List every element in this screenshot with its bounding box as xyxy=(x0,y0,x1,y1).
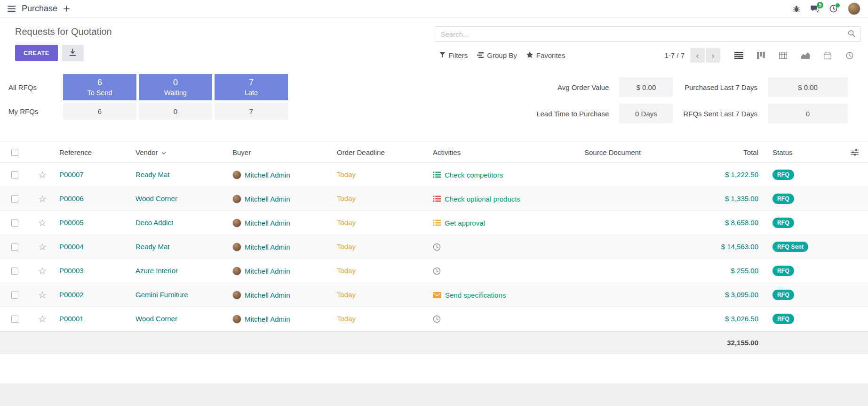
buyer-link[interactable]: Mitchell Admin xyxy=(245,219,290,227)
my-late-count[interactable]: 7 xyxy=(215,103,288,120)
table-row[interactable]: ☆ P00002 Gemini Furniture Mitchell Admin… xyxy=(0,283,868,307)
activity-label[interactable]: Check optional products xyxy=(445,195,520,203)
reference-link[interactable]: P00004 xyxy=(59,243,84,251)
calendar-view-icon[interactable] xyxy=(816,48,838,63)
tasks-yellow-icon[interactable] xyxy=(433,219,441,226)
reference-link[interactable]: P00001 xyxy=(59,315,84,323)
vendor-link[interactable]: Deco Addict xyxy=(135,219,173,227)
row-checkbox[interactable] xyxy=(11,268,18,275)
user-avatar[interactable] xyxy=(848,2,860,15)
graph-view-icon[interactable] xyxy=(794,48,816,63)
reference-link[interactable]: P00003 xyxy=(59,267,84,275)
clock-icon[interactable] xyxy=(433,315,441,323)
select-all-checkbox[interactable] xyxy=(11,149,18,156)
column-header-buyer[interactable]: Buyer xyxy=(229,148,333,156)
row-checkbox[interactable] xyxy=(11,316,18,323)
favorite-star-icon[interactable]: ☆ xyxy=(38,170,47,179)
debug-bug-icon[interactable] xyxy=(793,5,800,13)
column-header-activities[interactable]: Activities xyxy=(429,148,581,156)
kpi-late[interactable]: 7 Late xyxy=(215,74,288,100)
kpi-to-send[interactable]: 6 To Send xyxy=(63,74,136,100)
column-header-source-document[interactable]: Source Document xyxy=(581,148,693,156)
reference-link[interactable]: P00002 xyxy=(59,291,84,299)
table-row[interactable]: ☆ P00006 Wood Corner Mitchell Admin Toda… xyxy=(0,187,868,211)
table-row[interactable]: ☆ P00001 Wood Corner Mitchell Admin Toda… xyxy=(0,307,868,331)
order-deadline: Today xyxy=(337,171,356,179)
row-checkbox[interactable] xyxy=(11,292,18,299)
vendor-link[interactable]: Gemini Furniture xyxy=(135,291,188,299)
status-badge: RFQ xyxy=(772,194,794,204)
status-badge: RFQ xyxy=(772,290,794,300)
table-row[interactable]: ☆ P00003 Azure Interior Mitchell Admin T… xyxy=(0,259,868,283)
favorite-star-icon[interactable]: ☆ xyxy=(38,194,47,203)
search-box[interactable] xyxy=(435,26,861,42)
app-name[interactable]: Purchase xyxy=(22,4,57,14)
messages-icon[interactable]: 5 xyxy=(811,5,819,13)
pager-next-button[interactable]: › xyxy=(706,48,720,63)
buyer-link[interactable]: Mitchell Admin xyxy=(245,267,290,275)
buyer-link[interactable]: Mitchell Admin xyxy=(245,195,290,203)
favorite-star-icon[interactable]: ☆ xyxy=(38,266,47,276)
tasks-teal-icon[interactable] xyxy=(433,171,441,178)
status-badge: RFQ xyxy=(772,314,794,324)
vendor-link[interactable]: Wood Corner xyxy=(135,195,177,203)
my-waiting-count[interactable]: 0 xyxy=(139,103,212,120)
group-by-button[interactable]: Group By xyxy=(472,49,521,61)
vendor-link[interactable]: Ready Mat xyxy=(135,243,170,251)
row-checkbox[interactable] xyxy=(11,195,18,203)
favorite-star-icon[interactable]: ☆ xyxy=(38,314,47,324)
create-button[interactable]: CREATE xyxy=(15,45,58,61)
row-checkbox[interactable] xyxy=(11,219,18,227)
buyer-link[interactable]: Mitchell Admin xyxy=(245,291,290,299)
tasks-red-icon[interactable] xyxy=(433,195,441,202)
optional-columns-icon[interactable] xyxy=(835,149,868,156)
order-deadline: Today xyxy=(337,195,356,203)
buyer-link[interactable]: Mitchell Admin xyxy=(245,243,290,251)
reference-link[interactable]: P00007 xyxy=(59,171,84,179)
buyer-link[interactable]: Mitchell Admin xyxy=(245,315,290,323)
table-row[interactable]: ☆ P00004 Ready Mat Mitchell Admin Today … xyxy=(0,235,868,259)
column-header-vendor[interactable]: Vendor xyxy=(132,148,229,156)
pivot-view-icon[interactable] xyxy=(772,48,794,63)
list-view-icon[interactable] xyxy=(728,48,750,63)
favorite-star-icon[interactable]: ☆ xyxy=(38,242,47,252)
pager-previous-button[interactable]: ‹ xyxy=(690,48,705,63)
activity-label[interactable]: Send specifications xyxy=(445,291,506,299)
buyer-link[interactable]: Mitchell Admin xyxy=(245,171,290,179)
vendor-link[interactable]: Azure Interior xyxy=(135,267,178,275)
row-total: $ 3,026.50 xyxy=(725,315,758,323)
clock-icon[interactable] xyxy=(433,243,441,251)
plus-icon[interactable] xyxy=(64,6,70,12)
activities-icon[interactable] xyxy=(829,5,837,13)
kpi-waiting-label: Waiting xyxy=(164,89,187,97)
row-checkbox[interactable] xyxy=(11,244,18,251)
table-row[interactable]: ☆ P00005 Deco Addict Mitchell Admin Toda… xyxy=(0,211,868,235)
reference-link[interactable]: P00005 xyxy=(59,219,84,227)
activity-label[interactable]: Get approval xyxy=(445,219,485,227)
mail-icon[interactable] xyxy=(433,292,441,298)
vendor-link[interactable]: Ready Mat xyxy=(135,171,170,179)
favorite-star-icon[interactable]: ☆ xyxy=(38,290,47,300)
favorites-button[interactable]: Favorites xyxy=(522,49,570,61)
export-button[interactable] xyxy=(62,45,84,61)
filters-button[interactable]: Filters xyxy=(435,49,473,61)
activity-view-icon[interactable] xyxy=(838,48,860,63)
column-header-total[interactable]: Total xyxy=(693,148,764,156)
favorite-star-icon[interactable]: ☆ xyxy=(38,218,47,227)
search-icon[interactable] xyxy=(848,30,855,39)
row-checkbox[interactable] xyxy=(11,171,18,179)
kanban-view-icon[interactable] xyxy=(750,48,772,63)
vendor-link[interactable]: Wood Corner xyxy=(135,315,177,323)
apps-menu-icon[interactable] xyxy=(8,6,16,12)
buyer-avatar xyxy=(232,219,241,227)
reference-link[interactable]: P00006 xyxy=(59,195,84,203)
my-to-send-count[interactable]: 6 xyxy=(63,103,136,120)
table-row[interactable]: ☆ P00007 Ready Mat Mitchell Admin Today … xyxy=(0,163,868,187)
search-input[interactable] xyxy=(440,30,848,39)
activity-label[interactable]: Check competitors xyxy=(445,171,503,179)
clock-icon[interactable] xyxy=(433,267,441,275)
kpi-waiting[interactable]: 0 Waiting xyxy=(139,74,212,100)
column-header-order-deadline[interactable]: Order Deadline xyxy=(333,148,429,156)
column-header-reference[interactable]: Reference xyxy=(56,148,132,156)
column-header-status[interactable]: Status xyxy=(764,148,835,156)
